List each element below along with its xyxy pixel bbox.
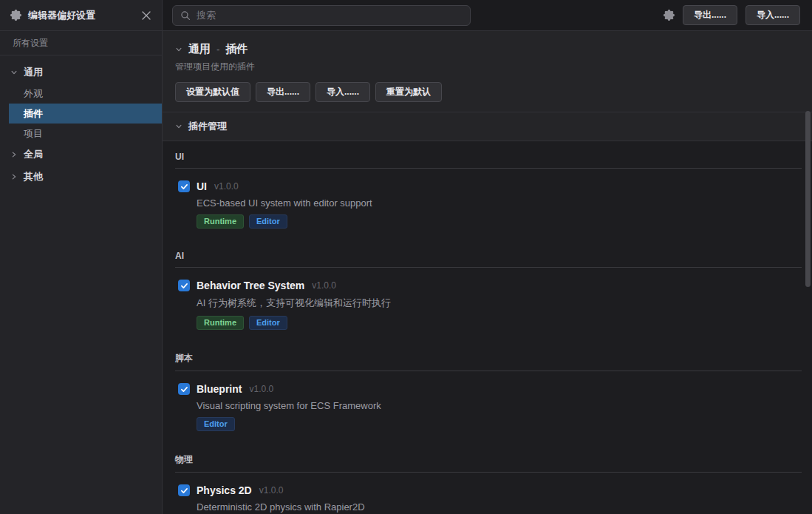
gear-icon[interactable] bbox=[663, 10, 675, 21]
topbar-actions: 导出...... 导入...... bbox=[663, 5, 800, 25]
chevron-right-icon bbox=[10, 151, 18, 158]
category-label: UI bbox=[175, 152, 802, 162]
plugin-description: ECS-based UI system with editor support bbox=[197, 197, 802, 209]
tree-item-other[interactable]: 其他 bbox=[0, 166, 162, 188]
plugin-tags: Runtime Editor bbox=[197, 316, 802, 330]
tree-item-project[interactable]: 项目 bbox=[0, 124, 162, 143]
page-subtitle: 管理项目使用的插件 bbox=[175, 61, 800, 73]
plugin-enabled-checkbox[interactable] bbox=[178, 484, 190, 496]
plugin-version: v1.0.0 bbox=[249, 384, 273, 394]
plugin-item-ui: UI v1.0.0 ECS-based UI system with edito… bbox=[175, 180, 802, 229]
tree-item-general[interactable]: 通用 bbox=[0, 61, 162, 84]
chevron-down-icon bbox=[175, 46, 182, 53]
plugin-enabled-checkbox[interactable] bbox=[178, 383, 190, 395]
import-button[interactable]: 导入...... bbox=[746, 5, 800, 25]
plugin-title-row: UI v1.0.0 bbox=[178, 180, 802, 192]
plugin-category-script: 脚本 Blueprint v1.0.0 Visual scripting sys… bbox=[175, 352, 802, 431]
search-icon bbox=[180, 10, 191, 21]
plugin-description: AI 行为树系统，支持可视化编辑和运行时执行 bbox=[197, 297, 802, 310]
tree-item-global[interactable]: 全局 bbox=[0, 143, 162, 166]
plugin-name: Physics 2D bbox=[197, 484, 252, 496]
editor-tag: Editor bbox=[197, 417, 235, 431]
main-panel: 导出...... 导入...... 通用 - 插件 管理项目使用的插件 设置为默… bbox=[163, 0, 812, 514]
plugin-title-row: Physics 2D v1.0.0 bbox=[178, 484, 802, 496]
plugin-title-row: Behavior Tree System v1.0.0 bbox=[178, 280, 802, 291]
header-actions: 设置为默认值 导出...... 导入...... 重置为默认 bbox=[175, 82, 800, 102]
plugin-item-physics-2d: Physics 2D v1.0.0 Deterministic 2D physi… bbox=[175, 484, 802, 514]
plugin-category-physics: 物理 Physics 2D v1.0.0 Deterministic 2D ph… bbox=[175, 453, 802, 514]
plugin-item-blueprint: Blueprint v1.0.0 Visual scripting system… bbox=[175, 383, 802, 431]
plugin-item-behavior-tree: Behavior Tree System v1.0.0 AI 行为树系统，支持可… bbox=[175, 280, 802, 330]
close-icon[interactable] bbox=[141, 10, 151, 21]
tree-item-appearance[interactable]: 外观 bbox=[0, 84, 162, 104]
divider bbox=[175, 472, 802, 473]
section-title: 插件管理 bbox=[188, 120, 227, 133]
breadcrumb[interactable]: 通用 - 插件 bbox=[175, 42, 800, 56]
import-settings-button[interactable]: 导入...... bbox=[315, 82, 370, 102]
gear-icon bbox=[10, 10, 21, 21]
window-title: 编辑器偏好设置 bbox=[28, 9, 141, 22]
plugin-enabled-checkbox[interactable] bbox=[178, 280, 190, 291]
export-button[interactable]: 导出...... bbox=[683, 5, 737, 25]
category-label: AI bbox=[175, 251, 802, 261]
plugin-version: v1.0.0 bbox=[214, 181, 239, 192]
all-settings-label: 所有设置 bbox=[0, 31, 162, 55]
plugin-enabled-checkbox[interactable] bbox=[178, 180, 190, 192]
tree-item-label: 外观 bbox=[24, 87, 43, 101]
editor-tag: Editor bbox=[249, 214, 287, 229]
breadcrumb-parent: 通用 bbox=[188, 42, 211, 56]
editor-preferences-window: 编辑器偏好设置 所有设置 通用 外观 插件 项目 全局 bbox=[0, 0, 812, 514]
settings-tree: 通用 外观 插件 项目 全局 其他 bbox=[0, 55, 162, 188]
set-default-button[interactable]: 设置为默认值 bbox=[175, 82, 250, 102]
content-header: 通用 - 插件 管理项目使用的插件 设置为默认值 导出...... 导入....… bbox=[163, 31, 812, 112]
divider bbox=[175, 168, 802, 169]
plugin-management-section-header[interactable]: 插件管理 bbox=[163, 112, 812, 141]
reset-default-button[interactable]: 重置为默认 bbox=[375, 82, 442, 102]
tree-item-label: 全局 bbox=[24, 148, 43, 161]
plugin-tags: Runtime Editor bbox=[197, 214, 802, 229]
runtime-tag: Runtime bbox=[197, 214, 244, 229]
tree-item-label: 通用 bbox=[24, 66, 43, 79]
tree-item-label: 项目 bbox=[24, 127, 43, 141]
chevron-down-icon bbox=[175, 123, 182, 130]
chevron-down-icon bbox=[10, 69, 18, 76]
scrollbar-thumb[interactable] bbox=[805, 111, 811, 287]
tree-item-label: 其他 bbox=[24, 170, 43, 183]
plugin-title-row: Blueprint v1.0.0 bbox=[178, 383, 802, 395]
tree-item-label: 插件 bbox=[24, 107, 43, 121]
plugin-description: Deterministic 2D physics with Rapier2D bbox=[197, 501, 802, 513]
plugin-name: Blueprint bbox=[197, 383, 242, 395]
chevron-right-icon bbox=[10, 173, 18, 180]
runtime-tag: Runtime bbox=[197, 316, 244, 330]
plugin-name: UI bbox=[197, 180, 207, 192]
breadcrumb-separator: - bbox=[216, 44, 219, 55]
plugin-description: Visual scripting system for ECS Framewor… bbox=[197, 400, 802, 411]
sidebar-header: 编辑器偏好设置 bbox=[0, 0, 162, 31]
tree-item-plugins[interactable]: 插件 bbox=[9, 104, 162, 124]
export-settings-button[interactable]: 导出...... bbox=[256, 82, 310, 102]
plugin-list: UI UI v1.0.0 ECS-based UI system with ed… bbox=[163, 141, 812, 514]
plugin-version: v1.0.0 bbox=[312, 280, 336, 291]
editor-tag: Editor bbox=[249, 316, 287, 330]
plugin-category-ui: UI UI v1.0.0 ECS-based UI system with ed… bbox=[175, 152, 802, 229]
search-box bbox=[172, 5, 471, 26]
topbar: 导出...... 导入...... bbox=[163, 0, 812, 31]
plugin-version: v1.0.0 bbox=[259, 485, 284, 496]
plugin-name: Behavior Tree System bbox=[197, 280, 304, 291]
category-label: 物理 bbox=[175, 453, 802, 466]
plugin-tags: Editor bbox=[197, 417, 802, 431]
search-input[interactable] bbox=[197, 10, 463, 21]
plugin-category-ai: AI Behavior Tree System v1.0.0 AI 行为树系统，… bbox=[175, 251, 802, 330]
divider bbox=[175, 371, 802, 371]
divider bbox=[175, 267, 802, 268]
sidebar: 编辑器偏好设置 所有设置 通用 外观 插件 项目 全局 bbox=[0, 0, 163, 514]
page-title: 插件 bbox=[225, 42, 248, 56]
category-label: 脚本 bbox=[175, 352, 802, 365]
